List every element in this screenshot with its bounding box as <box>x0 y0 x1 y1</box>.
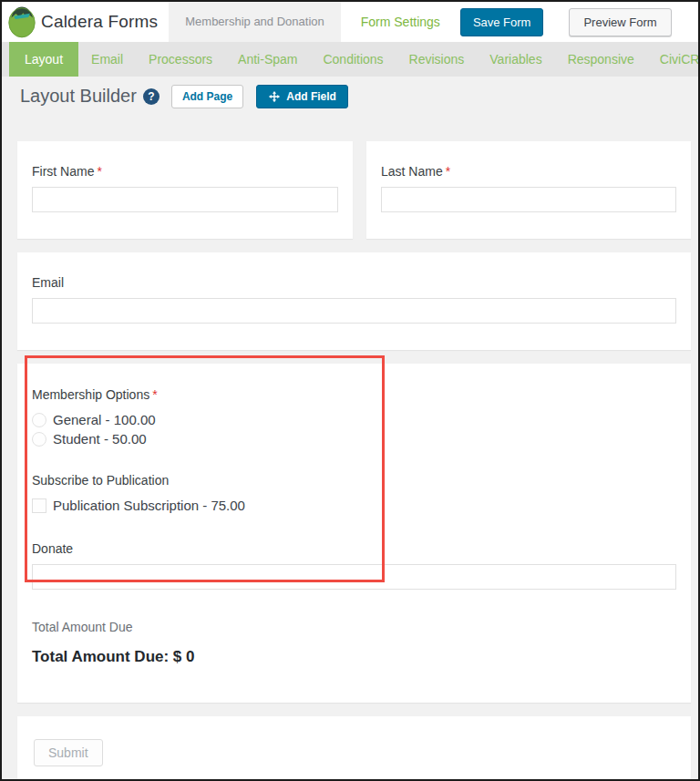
form-preview-canvas: First Name* Last Name* Email Membership … <box>2 141 698 781</box>
tab-email[interactable]: Email <box>78 42 136 77</box>
subscription-option-label: Publication Subscription - 75.00 <box>53 498 245 513</box>
first-name-input[interactable] <box>32 187 338 212</box>
tab-layout[interactable]: Layout <box>9 42 78 77</box>
name-fields-row: First Name* Last Name* <box>17 141 691 239</box>
last-name-input[interactable] <box>381 187 676 212</box>
total-amount-due-summary: Total Amount Due: $ 0 <box>32 648 676 666</box>
add-page-button[interactable]: Add Page <box>171 85 243 108</box>
first-name-label: First Name* <box>32 164 338 179</box>
first-name-field-card[interactable]: First Name* <box>17 141 353 239</box>
form-tabs-nav: Layout Email Processors Anti-Spam Condit… <box>2 42 698 77</box>
total-amount-due-label: Total Amount Due <box>32 620 676 634</box>
help-icon[interactable]: ? <box>143 88 160 105</box>
required-marker: * <box>97 164 101 179</box>
tab-responsive[interactable]: Responsive <box>555 42 647 77</box>
membership-option-label: General - 100.00 <box>53 412 156 427</box>
membership-option-general[interactable]: General - 100.00 <box>32 410 676 429</box>
tab-civicrm[interactable]: CiviCRM <box>647 42 700 77</box>
subscription-options-group: Publication Subscription - 75.00 <box>32 496 676 515</box>
last-name-label: Last Name* <box>381 164 676 179</box>
membership-options-group: General - 100.00 Student - 50.00 <box>32 410 676 448</box>
email-field-card[interactable]: Email <box>17 252 691 350</box>
submit-button[interactable]: Submit <box>34 739 103 766</box>
tab-anti-spam[interactable]: Anti-Spam <box>225 42 310 77</box>
last-name-field-card[interactable]: Last Name* <box>366 141 691 239</box>
submit-card: Submit <box>17 716 691 781</box>
app-title: Caldera Forms <box>41 12 158 32</box>
radio-icon[interactable] <box>32 413 46 427</box>
layout-builder-title: Layout Builder <box>20 86 137 107</box>
tab-conditions[interactable]: Conditions <box>310 42 396 77</box>
donate-label: Donate <box>32 541 676 556</box>
form-name-tab[interactable]: Membership and Donation <box>169 2 340 42</box>
email-input[interactable] <box>32 298 676 324</box>
membership-donation-card: Membership Options* General - 100.00 Stu… <box>17 364 691 703</box>
membership-options-label: Membership Options* <box>32 387 676 402</box>
membership-option-label: Student - 50.00 <box>53 431 147 447</box>
membership-option-student[interactable]: Student - 50.00 <box>32 429 676 448</box>
add-field-button[interactable]: Add Field <box>256 85 348 108</box>
subscription-option-publication[interactable]: Publication Subscription - 75.00 <box>32 496 676 515</box>
move-icon <box>268 90 281 103</box>
subscription-label: Subscribe to Publication <box>32 473 676 488</box>
top-header: Caldera Forms Membership and Donation Fo… <box>2 2 698 42</box>
caldera-logo-icon <box>7 5 36 39</box>
tab-variables[interactable]: Variables <box>477 42 554 77</box>
preview-form-button[interactable]: Preview Form <box>569 8 671 36</box>
required-marker: * <box>152 387 157 402</box>
required-marker: * <box>446 164 450 179</box>
form-settings-link[interactable]: Form Settings <box>361 15 440 29</box>
add-field-label: Add Field <box>286 90 336 103</box>
donate-input[interactable] <box>32 564 676 590</box>
tab-revisions[interactable]: Revisions <box>396 42 478 77</box>
layout-builder-bar: Layout Builder ? Add Page Add Field <box>2 77 698 116</box>
save-form-button[interactable]: Save Form <box>460 8 544 36</box>
email-label: Email <box>32 275 676 290</box>
tab-processors[interactable]: Processors <box>136 42 225 77</box>
radio-icon[interactable] <box>32 432 46 447</box>
checkbox-icon[interactable] <box>32 498 46 513</box>
